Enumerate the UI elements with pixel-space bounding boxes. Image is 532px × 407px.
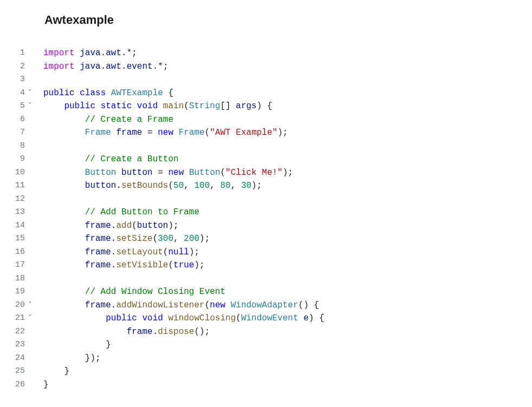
line-number: 19 <box>0 285 25 299</box>
fold-chevron-icon[interactable]: ˅ <box>25 312 35 325</box>
line-number: 21 <box>0 312 25 325</box>
fold-chevron-icon[interactable]: ˅ <box>25 87 35 100</box>
code-line[interactable]: 5˅ public static void main(String[] args… <box>0 100 532 113</box>
line-number: 10 <box>0 166 25 180</box>
code-content: // Create a Button <box>35 153 179 166</box>
fold-chevron-icon[interactable]: ˅ <box>25 100 35 113</box>
code-content: public static void main(String[] args) { <box>35 100 273 113</box>
line-number: 16 <box>0 246 25 259</box>
code-line[interactable]: 20˅ frame.addWindowListener(new WindowAd… <box>0 299 532 312</box>
line-number: 13 <box>0 206 25 219</box>
line-number: 3 <box>0 73 25 87</box>
line-number: 23 <box>0 338 25 352</box>
fold-chevron-icon[interactable]: ˅ <box>25 299 35 312</box>
code-content: frame.dispose(); <box>35 325 210 339</box>
code-line[interactable]: 17 frame.setVisible(true); <box>0 259 532 272</box>
line-number: 7 <box>0 126 25 140</box>
code-line[interactable]: 1import java.awt.*; <box>0 47 532 60</box>
code-content: Frame frame = new Frame("AWT Example"); <box>35 126 288 140</box>
code-content: button.setBounds(50, 100, 80, 30); <box>35 179 262 193</box>
code-content: } <box>35 365 69 378</box>
code-line[interactable]: 26} <box>0 378 532 392</box>
code-content: import java.awt.event.*; <box>35 60 168 74</box>
line-number: 1 <box>0 47 25 60</box>
code-line[interactable]: 9 // Create a Button <box>0 153 532 166</box>
file-title: Awtexample <box>0 0 532 27</box>
code-line[interactable]: 12 <box>0 193 532 206</box>
code-content: import java.awt.*; <box>35 47 137 60</box>
code-content: frame.setSize(300, 200); <box>35 232 210 246</box>
code-line[interactable]: 21˅ public void windowClosing(WindowEven… <box>0 312 532 325</box>
code-editor[interactable]: 1import java.awt.*;2import java.awt.even… <box>0 27 532 391</box>
line-number: 5 <box>0 100 25 113</box>
line-number: 4 <box>0 87 25 100</box>
code-line[interactable]: 4˅public class AWTExample { <box>0 87 532 100</box>
code-content: Button button = new Button("Click Me!"); <box>35 166 293 180</box>
code-content: frame.add(button); <box>35 219 179 233</box>
line-number: 2 <box>0 60 25 74</box>
code-content: // Add Window Closing Event <box>35 285 225 299</box>
line-number: 26 <box>0 378 25 392</box>
line-number: 24 <box>0 352 25 365</box>
code-content: } <box>35 338 111 352</box>
line-number: 12 <box>0 193 25 206</box>
code-content: frame.setVisible(true); <box>35 259 205 272</box>
code-line[interactable]: 10 Button button = new Button("Click Me!… <box>0 166 532 180</box>
code-content: } <box>35 378 49 392</box>
line-number: 22 <box>0 325 25 339</box>
code-content: frame.addWindowListener(new WindowAdapte… <box>35 299 319 312</box>
code-content: // Create a Frame <box>35 113 173 127</box>
code-content: // Add Button to Frame <box>35 206 199 219</box>
code-line[interactable]: 14 frame.add(button); <box>0 219 532 233</box>
line-number: 18 <box>0 272 25 286</box>
code-content: frame.setLayout(null); <box>35 246 199 259</box>
code-line[interactable]: 3 <box>0 73 532 87</box>
code-line[interactable]: 8 <box>0 140 532 153</box>
line-number: 9 <box>0 153 25 166</box>
line-number: 17 <box>0 259 25 272</box>
line-number: 6 <box>0 113 25 127</box>
code-line[interactable]: 23 } <box>0 338 532 352</box>
code-line[interactable]: 24 }); <box>0 352 532 365</box>
code-line[interactable]: 6 // Create a Frame <box>0 113 532 127</box>
code-content: public class AWTExample { <box>35 87 173 100</box>
code-line[interactable]: 13 // Add Button to Frame <box>0 206 532 219</box>
code-content: }); <box>35 352 101 365</box>
code-line[interactable]: 15 frame.setSize(300, 200); <box>0 232 532 246</box>
code-content: public void windowClosing(WindowEvent e)… <box>35 312 325 325</box>
code-line[interactable]: 7 Frame frame = new Frame("AWT Example")… <box>0 126 532 140</box>
code-line[interactable]: 25 } <box>0 365 532 378</box>
code-line[interactable]: 16 frame.setLayout(null); <box>0 246 532 259</box>
line-number: 11 <box>0 179 25 193</box>
code-line[interactable]: 22 frame.dispose(); <box>0 325 532 339</box>
line-number: 15 <box>0 232 25 246</box>
code-line[interactable]: 18 <box>0 272 532 286</box>
line-number: 25 <box>0 365 25 378</box>
code-line[interactable]: 2import java.awt.event.*; <box>0 60 532 74</box>
line-number: 8 <box>0 140 25 153</box>
code-line[interactable]: 11 button.setBounds(50, 100, 80, 30); <box>0 179 532 193</box>
line-number: 20 <box>0 299 25 312</box>
line-number: 14 <box>0 219 25 233</box>
code-line[interactable]: 19 // Add Window Closing Event <box>0 285 532 299</box>
